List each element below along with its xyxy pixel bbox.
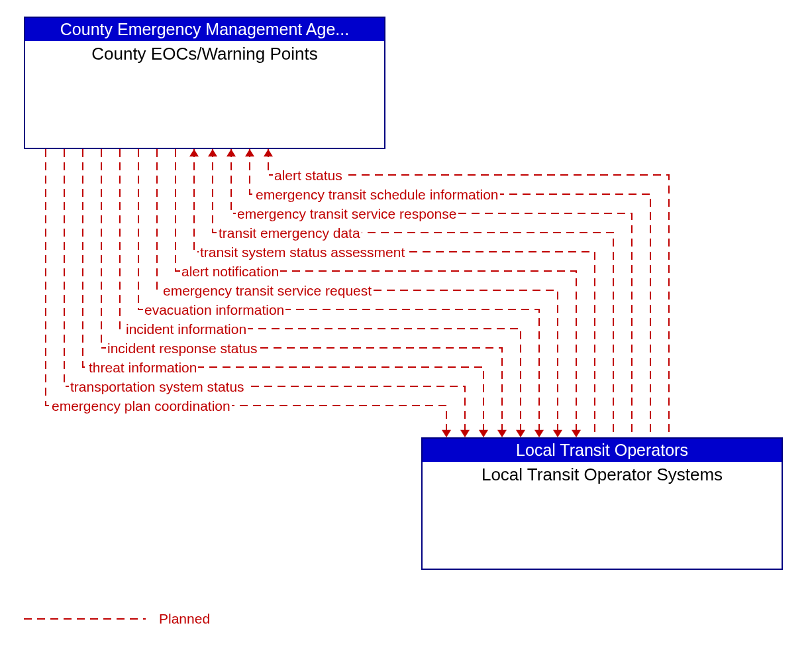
node-local-transit-body: Local Transit Operator Systems xyxy=(423,462,782,488)
flow-label: emergency transit service response xyxy=(236,206,458,222)
flow-label: emergency transit schedule information xyxy=(254,187,500,203)
node-county-eoc: County Emergency Management Age... Count… xyxy=(24,17,385,149)
flow-label: transit system status assessment xyxy=(199,245,406,260)
flow-label: transit emergency data xyxy=(217,225,362,241)
node-local-transit: Local Transit Operators Local Transit Op… xyxy=(421,437,783,570)
node-county-eoc-body: County EOCs/Warning Points xyxy=(25,41,384,67)
flow-label: emergency plan coordination xyxy=(50,398,232,414)
legend-label: Planned xyxy=(159,611,210,627)
flow-label: incident response status xyxy=(106,341,258,357)
diagram-canvas: County Emergency Management Age... Count… xyxy=(0,0,812,660)
flow-label: alert status xyxy=(273,168,344,184)
flow-label: alert notification xyxy=(180,264,280,280)
flow-label: incident information xyxy=(125,321,248,337)
node-county-eoc-header: County Emergency Management Age... xyxy=(25,18,384,41)
flow-label: transportation system status xyxy=(69,379,246,395)
node-local-transit-header: Local Transit Operators xyxy=(423,439,782,462)
flow-label: emergency transit service request xyxy=(162,283,373,299)
flow-label: threat information xyxy=(87,360,198,376)
flow-label: evacuation information xyxy=(143,302,285,318)
